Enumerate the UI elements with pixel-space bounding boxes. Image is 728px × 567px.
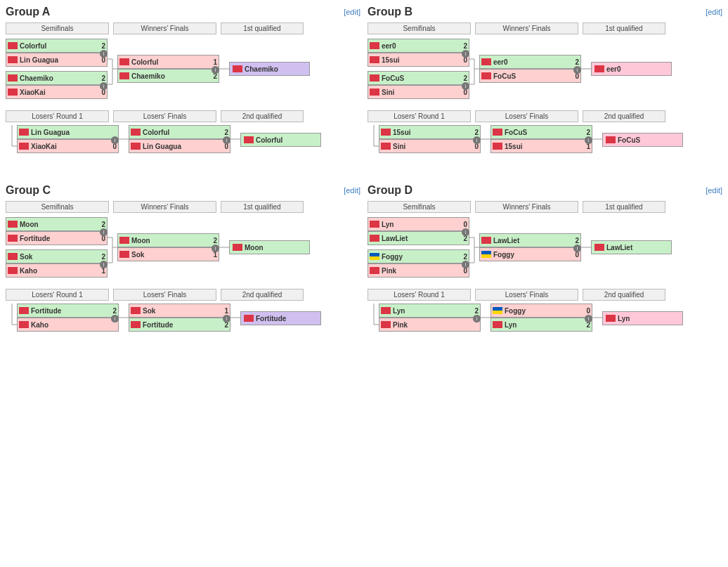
group-header: Group C[edit]	[6, 184, 360, 197]
round-label: Losers' Finals	[113, 110, 216, 122]
info-icon[interactable]: i	[100, 50, 108, 58]
kr-flag	[131, 307, 141, 314]
losers-r1-column: 15sui2iSini0	[379, 125, 481, 153]
bracket-connector	[469, 37, 479, 100]
player-name: Fortitude	[31, 307, 108, 315]
match-pair: eer02iFoCuS0	[479, 55, 581, 83]
l-bracket-indicator	[369, 125, 379, 159]
player-row: Colorful2	[129, 125, 230, 139]
qualified-column: eer0	[591, 37, 672, 100]
edit-link[interactable]: [edit]	[344, 186, 360, 195]
player-name: LawLiet	[493, 237, 570, 245]
cn-flag	[381, 143, 391, 150]
round-label: Losers' Finals	[475, 289, 578, 301]
losers-qualified-column: Colorful	[240, 125, 321, 155]
cn-flag	[244, 136, 254, 143]
finals-column: Colorful1iChaemiko2	[117, 37, 219, 100]
qualified-column: Moon	[229, 216, 310, 279]
losers-labels: Losers' Round 1Losers' Finals2nd qualifi…	[368, 289, 722, 301]
player-row: Lin Guagua0	[129, 139, 230, 153]
round-label: Winners' Finals	[475, 201, 578, 213]
player-row: Sok1	[117, 247, 219, 261]
player-name: Lin Guagua	[20, 56, 96, 64]
losers-qualified-column: Lyn	[602, 304, 683, 333]
ua-flag	[493, 307, 502, 314]
cn-flag	[8, 267, 18, 274]
info-icon[interactable]: i	[462, 50, 469, 58]
kr-flag	[233, 65, 242, 72]
info-icon[interactable]: i	[111, 315, 119, 322]
info-icon[interactable]: i	[100, 228, 108, 236]
player-row: 15sui0	[368, 53, 469, 67]
info-icon[interactable]: i	[100, 82, 108, 90]
kr-flag	[8, 221, 18, 228]
info-icon[interactable]: i	[573, 245, 581, 252]
player-row: Fortitude0	[6, 231, 108, 245]
winners-bracket: Colorful2iLin Guagua0Chaemiko2iXiaoKai0C…	[6, 37, 360, 100]
qualified-box: Fortitude	[240, 311, 321, 325]
player-name: Chaemiko	[20, 74, 96, 82]
losers-qualified-column: Fortitude	[240, 304, 321, 333]
player-name: Foggy	[505, 307, 581, 315]
player-name: 15sui	[382, 56, 458, 64]
bracket-connector	[108, 216, 117, 279]
qualified-column: Chaemiko	[229, 37, 310, 100]
player-row: Kaho	[17, 318, 119, 332]
bracket-connector	[481, 304, 490, 337]
info-icon[interactable]: i	[473, 136, 481, 144]
losers-labels: Losers' Round 1Losers' Finals2nd qualifi…	[6, 110, 360, 122]
round-label: Semifinals	[368, 201, 471, 213]
info-icon[interactable]: i	[100, 261, 108, 268]
match-pair: LawLiet2iFoggy0	[479, 233, 581, 261]
info-icon[interactable]: i	[111, 136, 119, 144]
round-label: 2nd qualified	[221, 289, 304, 301]
player-name: Pink	[382, 267, 458, 275]
info-icon[interactable]: i	[462, 82, 469, 90]
info-icon[interactable]: i	[573, 66, 581, 74]
finals-column: Moon2iSok1	[117, 216, 219, 279]
info-icon[interactable]: i	[473, 315, 481, 322]
kr-flag	[481, 237, 491, 244]
info-icon[interactable]: i	[462, 228, 469, 236]
round-label: Semifinals	[368, 22, 471, 34]
info-icon[interactable]: i	[462, 261, 469, 268]
player-name: XiaoKai	[31, 143, 108, 150]
info-icon[interactable]: i	[223, 315, 230, 322]
info-icon[interactable]: i	[212, 66, 219, 74]
info-icon[interactable]: i	[585, 136, 592, 144]
player-row: FoCuS2	[490, 125, 592, 139]
kr-flag	[8, 74, 18, 82]
info-icon[interactable]: i	[585, 315, 592, 322]
group-title: Group C	[6, 184, 51, 197]
qualified-box: Moon	[229, 240, 310, 254]
player-row: Moon2	[6, 217, 108, 231]
player-name: Kaho	[20, 267, 96, 275]
info-icon[interactable]: i	[223, 136, 230, 144]
player-row: Sini0	[368, 85, 469, 99]
winners-bracket: Lyn0iLawLiet2Foggy2iPink0LawLiet2iFoggy0…	[368, 216, 722, 279]
kr-flag	[594, 65, 604, 72]
qualified-box: Chaemiko	[229, 62, 310, 76]
player-name: FoCuS	[493, 72, 570, 80]
edit-link[interactable]: [edit]	[706, 186, 722, 195]
player-row: LawLiet2	[368, 231, 469, 245]
kr-flag	[370, 74, 379, 82]
edit-link[interactable]: [edit]	[344, 8, 360, 16]
player-name: Foggy	[382, 253, 458, 261]
winners-bracket: Moon2iFortitude0Sok2iKaho1Moon2iSok1Moon	[6, 216, 360, 279]
bracket-connector	[219, 54, 229, 84]
player-name: Fortitude	[143, 321, 219, 329]
cn-flag	[370, 56, 379, 63]
cn-flag	[370, 89, 379, 96]
cn-flag	[244, 315, 254, 322]
losers-r1-column: Fortitude2iKaho	[17, 304, 119, 332]
round-label: 2nd qualified	[583, 289, 665, 301]
cn-flag	[8, 235, 18, 242]
player-name: Sini	[393, 143, 469, 150]
losers-labels: Losers' Round 1Losers' Finals2nd qualifi…	[368, 110, 722, 122]
losers-bracket: Lyn2iPinkFoggy0iLyn2Lyn	[368, 304, 722, 337]
info-icon[interactable]: i	[212, 245, 219, 252]
edit-link[interactable]: [edit]	[706, 8, 722, 16]
l-connector-svg	[7, 125, 17, 167]
player-name: Fortitude	[20, 235, 96, 242]
